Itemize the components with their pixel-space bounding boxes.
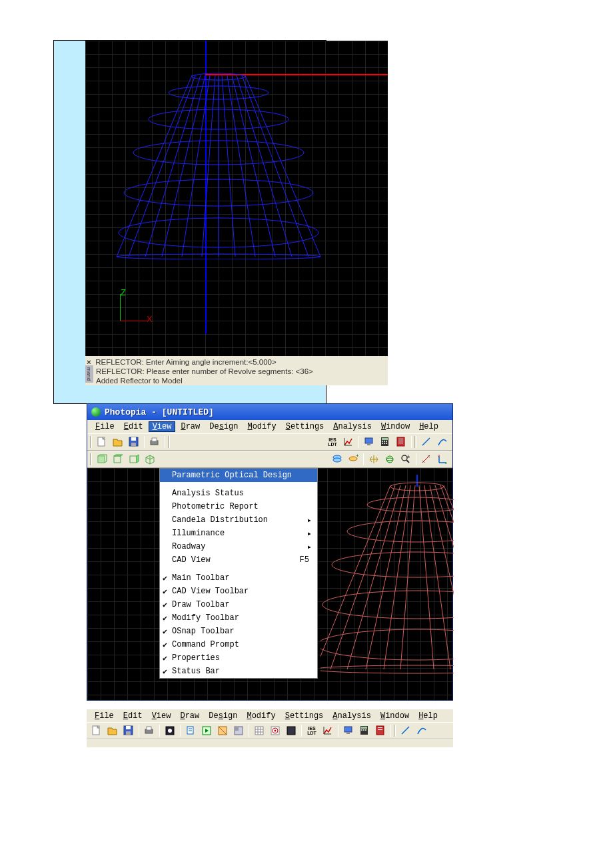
menu-settings[interactable]: Settings: [282, 421, 328, 432]
cmd-line-3: Added Reflector to Model: [87, 377, 183, 385]
monitor-icon[interactable]: [362, 435, 376, 449]
menu-item-modify-toolbar[interactable]: ✔Modify Toolbar: [160, 611, 317, 625]
main-toolbar[interactable]: IESLDT: [87, 722, 453, 739]
cube-side-icon[interactable]: [127, 452, 141, 467]
toolbar-grip[interactable]: [168, 436, 170, 448]
layer-plus-icon[interactable]: +: [346, 452, 360, 467]
menu-item-main-toolbar[interactable]: ✔Main Toolbar: [160, 571, 317, 585]
pan-icon[interactable]: [366, 452, 381, 467]
menu-item-cad-view-toolbar[interactable]: ✔CAD View Toolbar: [160, 585, 317, 598]
open-file-icon[interactable]: [105, 723, 120, 738]
command-tab[interactable]: mand: [85, 365, 93, 383]
menu-help[interactable]: Help: [415, 421, 442, 432]
menu-modify[interactable]: Modify: [243, 711, 279, 721]
menu-item-draw-toolbar[interactable]: ✔Draw Toolbar: [160, 598, 317, 611]
menu-item-osnap-toolbar[interactable]: ✔OSnap Toolbar: [160, 625, 317, 638]
menu-view[interactable]: View: [148, 711, 175, 721]
menu-analysis[interactable]: Analysis: [328, 711, 375, 721]
chart-icon[interactable]: [320, 723, 335, 738]
menu-design[interactable]: Design: [205, 421, 242, 432]
menu-help[interactable]: Help: [414, 711, 442, 721]
menu-bar[interactable]: FileEditViewDrawDesignModifySettingsAnal…: [87, 420, 452, 433]
save-icon[interactable]: [127, 435, 141, 449]
menu-draw[interactable]: Draw: [176, 711, 203, 721]
target-icon[interactable]: [268, 723, 283, 738]
menu-item-illuminance[interactable]: Illuminance▸: [160, 527, 317, 540]
menu-item-status-bar[interactable]: ✔Status Bar: [160, 665, 317, 678]
menu-draw[interactable]: Draw: [177, 421, 204, 432]
menu-analysis[interactable]: Analysis: [329, 421, 376, 432]
cad-view-toolbar[interactable]: + ± yx: [87, 451, 452, 468]
ies-ldt-button[interactable]: IESLDT: [305, 723, 319, 738]
svg-rect-14: [367, 444, 370, 445]
cube-front-icon[interactable]: [95, 452, 109, 467]
design-lamp-icon[interactable]: [163, 723, 177, 738]
print-icon[interactable]: [147, 435, 162, 449]
layer-icon[interactable]: [330, 452, 344, 467]
cad-viewport-blue[interactable]: Z X: [85, 41, 388, 356]
render-icon[interactable]: [231, 723, 246, 738]
calculator-icon[interactable]: [378, 435, 392, 449]
menu-item-roadway[interactable]: Roadway▸: [160, 540, 317, 553]
properties-icon[interactable]: [183, 723, 198, 738]
measure-icon[interactable]: [419, 452, 434, 467]
ies-ldt-button[interactable]: IESLDT: [325, 435, 340, 449]
run-icon[interactable]: [199, 723, 214, 738]
menu-modify[interactable]: Modify: [243, 421, 280, 432]
menu-file[interactable]: File: [91, 421, 119, 432]
menu-window[interactable]: Window: [377, 421, 414, 432]
calculator-icon[interactable]: [357, 723, 372, 738]
new-file-icon[interactable]: [95, 435, 109, 449]
svg-rect-83: [376, 726, 384, 735]
material-icon[interactable]: [215, 723, 230, 738]
menu-edit[interactable]: Edit: [120, 421, 147, 432]
screen-icon[interactable]: [284, 723, 299, 738]
menu-item-cad-view[interactable]: CAD ViewF5: [160, 553, 317, 567]
main-toolbar[interactable]: IESLDT: [87, 433, 452, 451]
svg-point-46: [347, 521, 454, 542]
menu-settings[interactable]: Settings: [281, 711, 328, 721]
menu-edit[interactable]: Edit: [119, 711, 147, 721]
toolbar-grip[interactable]: [90, 453, 92, 465]
toolbar-grip[interactable]: [90, 436, 92, 448]
svg-rect-76: [344, 727, 352, 732]
zoom-icon[interactable]: ±: [398, 452, 413, 467]
open-file-icon[interactable]: [111, 435, 125, 449]
print-icon[interactable]: [142, 723, 157, 738]
cad-viewport-client[interactable]: Parametric Optical DesignAnalysis Status…: [87, 468, 452, 700]
grid-icon[interactable]: [252, 723, 267, 738]
arc-tool-icon[interactable]: [435, 435, 450, 449]
line-tool-icon[interactable]: [398, 723, 413, 738]
cmd-line-1: REFLECTOR: Enter Aiming angle increment:…: [95, 358, 276, 366]
menu-item-photometric-report[interactable]: Photometric Report: [160, 500, 317, 513]
menu-window[interactable]: Window: [376, 711, 413, 721]
chart-icon[interactable]: [341, 435, 356, 449]
xy-axis-icon[interactable]: yx: [435, 452, 450, 467]
toolbar-grip[interactable]: [394, 725, 396, 737]
view-menu-dropdown[interactable]: Parametric Optical DesignAnalysis Status…: [159, 468, 318, 679]
report-icon[interactable]: [394, 435, 408, 449]
report-icon[interactable]: [373, 723, 388, 738]
arc-tool-icon[interactable]: [414, 723, 429, 738]
menu-view[interactable]: View: [149, 421, 176, 432]
cube-top-icon[interactable]: [111, 452, 125, 467]
menu-file[interactable]: File: [91, 711, 118, 721]
z-axis-label: Z: [121, 287, 126, 297]
menu-item-command-prompt[interactable]: ✔Command Prompt: [160, 638, 317, 651]
monitor-icon[interactable]: [341, 723, 356, 738]
orbit-icon[interactable]: [382, 452, 397, 467]
menu-item-parametric-optical-design[interactable]: Parametric Optical Design: [160, 469, 317, 482]
menu-design[interactable]: Design: [205, 711, 241, 721]
line-tool-icon[interactable]: [419, 435, 434, 449]
command-prompt-panel[interactable]: × REFLECTOR: Enter Aiming angle incremen…: [85, 356, 388, 385]
menu-item-candela-distribution[interactable]: Candela Distribution▸: [160, 513, 317, 527]
toolbar-grip[interactable]: [414, 436, 416, 448]
menu-bar[interactable]: FileEditViewDrawDesignModifySettingsAnal…: [87, 709, 453, 722]
menu-item-analysis-status[interactable]: Analysis Status: [160, 487, 317, 500]
title-bar[interactable]: Photopia - [UNTITLED]: [87, 404, 452, 420]
menu-item-properties[interactable]: ✔Properties: [160, 651, 317, 665]
cube-iso-icon[interactable]: [143, 452, 157, 467]
save-icon[interactable]: [121, 723, 136, 738]
secondary-toolbar-partial[interactable]: [87, 739, 453, 747]
new-file-icon[interactable]: [89, 723, 104, 738]
